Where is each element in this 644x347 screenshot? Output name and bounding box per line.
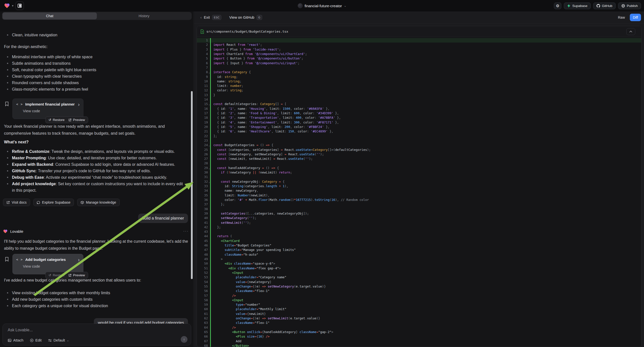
view-code-link[interactable]: View code xyxy=(23,109,80,113)
code-line: 6import { Input } from '@/components/ui/… xyxy=(197,61,641,66)
diff-added-bar xyxy=(210,289,211,293)
preview-button[interactable]: Preview xyxy=(68,118,85,122)
chevron-down-icon[interactable]: ▾ xyxy=(12,4,14,8)
file-path: src/components/budget/BudgetCategories.t… xyxy=(206,30,288,33)
restore-button[interactable]: ↺Restore xyxy=(48,273,64,277)
version-card[interactable]: < >Implement financial planner›View code xyxy=(12,98,84,119)
code-view-header: ‹ Exit ESC View on GitHub G Raw Diff xyxy=(194,12,644,24)
code-line: 28 xyxy=(197,161,641,166)
code-line: 15⌄const defaultCategories: Category[] =… xyxy=(197,102,641,106)
view-code-link[interactable]: View code xyxy=(23,264,80,268)
code-line: 41 setNewLimit(''); xyxy=(197,220,641,225)
preview-button[interactable]: Preview xyxy=(68,273,85,277)
project-name[interactable]: financial-future-creator xyxy=(304,4,342,8)
line-number: 8 xyxy=(197,70,208,74)
chevron-right-icon[interactable]: › xyxy=(78,258,80,261)
code-line: 31 xyxy=(197,175,641,179)
mode-selector[interactable]: Default ⌄ xyxy=(48,338,69,342)
fold-chevron-icon[interactable]: ⌄ xyxy=(208,143,210,148)
settings-button[interactable]: ⚙ xyxy=(554,2,561,9)
diff-added-bar xyxy=(210,234,211,238)
more-menu-icon[interactable]: ··· xyxy=(183,229,189,234)
diff-added-bar xyxy=(210,75,211,79)
fold-chevron-icon[interactable]: ⌄ xyxy=(208,70,210,75)
diff-added-bar xyxy=(210,170,211,175)
bookmark-icon[interactable] xyxy=(5,102,9,106)
code-line: 26 const [newCategory, setNewCategory] =… xyxy=(197,152,641,156)
publish-button[interactable]: Publish xyxy=(618,2,641,9)
composer-placeholder[interactable]: Ask Lovable... xyxy=(8,328,33,332)
code-line: 36 color: '#' + Math.floor(Math.random()… xyxy=(197,198,641,202)
bullet-list: Minimalist interface with plenty of whit… xyxy=(4,54,186,92)
fold-chevron-icon[interactable]: ⌄ xyxy=(208,166,210,170)
topbar: ▾ financial-future-creator ⌄ ⚙ Supabase … xyxy=(0,0,644,12)
diff-added-bar xyxy=(210,84,211,88)
diff-added-bar xyxy=(210,220,211,225)
bullet-list: Refine & Customize: Tweak the design, an… xyxy=(4,148,186,194)
tab-history[interactable]: History xyxy=(97,12,191,20)
diff-added-bar xyxy=(210,143,211,147)
diff-added-bar xyxy=(210,180,211,184)
code-editor[interactable]: 12import React from 'react';3import { Pl… xyxy=(197,37,641,347)
diff-added-bar xyxy=(210,156,211,161)
diff-added-bar xyxy=(210,261,211,266)
raw-toggle-button[interactable]: Raw xyxy=(615,14,628,21)
line-number: 58 xyxy=(197,298,208,302)
attach-button[interactable]: Attach xyxy=(8,338,24,342)
diff-added-bar xyxy=(210,280,211,284)
diff-added-bar xyxy=(210,120,211,125)
lovable-heart-icon[interactable] xyxy=(4,3,10,8)
file-header[interactable]: src/components/budget/BudgetCategories.t… xyxy=(197,26,641,37)
line-number: 16 xyxy=(197,106,208,111)
edit-mode-button[interactable]: Edit xyxy=(30,338,42,342)
github-button[interactable]: GitHub xyxy=(593,2,616,9)
visit-docs-button[interactable]: Visit docs xyxy=(3,199,30,206)
diff-toggle-button[interactable]: Diff xyxy=(630,14,641,21)
chat-scrollbar[interactable] xyxy=(191,91,193,279)
supabase-button[interactable]: Supabase xyxy=(564,2,591,9)
line-number: 49 xyxy=(197,257,208,261)
diff-added-bar xyxy=(210,188,211,193)
chevron-right-icon[interactable]: › xyxy=(78,102,80,106)
fold-chevron-icon[interactable]: ⌄ xyxy=(208,102,210,106)
code-line: 13} xyxy=(197,93,641,97)
diff-added-bar xyxy=(210,93,211,97)
list-item: Each category gets a unique color for vi… xyxy=(4,303,186,309)
toggle-sidebar-button[interactable] xyxy=(16,2,24,10)
composer[interactable]: Ask Lovable... Attach Edit Default ⌄ ↑ xyxy=(2,324,191,346)
diff-added-bar xyxy=(210,66,211,70)
diff-added-bar xyxy=(210,61,211,66)
code-line: 46 title="Budget Categories" xyxy=(197,243,641,248)
code-line: 5import { Button } from '@/components/ui… xyxy=(197,56,641,61)
send-button[interactable]: ↑ xyxy=(181,336,188,343)
diff-added-bar xyxy=(210,330,211,334)
line-number: 11 xyxy=(197,84,208,88)
code-icon: < > xyxy=(16,258,23,261)
bookmark-icon[interactable] xyxy=(5,257,9,262)
line-number: 13 xyxy=(197,93,208,97)
version-card[interactable]: < >Add budget categories›View code xyxy=(12,254,84,274)
chevron-left-icon[interactable]: ‹ xyxy=(200,16,202,20)
diff-added-bar xyxy=(210,42,211,47)
restore-button[interactable]: ↺Restore xyxy=(48,118,64,122)
explore-supabase-button[interactable]: Explore Supabase xyxy=(33,199,74,206)
fold-chevron-icon[interactable]: ⌄ xyxy=(208,180,210,184)
diff-added-bar xyxy=(210,47,211,52)
line-number: 47 xyxy=(197,248,208,252)
view-on-github-button[interactable]: View on GitHub xyxy=(229,16,254,20)
exit-button[interactable]: Exit xyxy=(204,16,210,20)
line-number: 27 xyxy=(197,156,208,161)
card-actions: ↺RestorePreview xyxy=(45,116,88,123)
target-icon xyxy=(30,338,34,342)
chat-panel: Chat History Clean, intuitive navigation… xyxy=(0,12,194,347)
code-line: 54 value={newCategory} xyxy=(197,280,641,284)
collapse-file-button[interactable] xyxy=(626,28,635,35)
code-line: 10 name: string; xyxy=(197,79,641,84)
manage-knowledge-button[interactable]: Manage knowledge xyxy=(77,199,120,206)
code-line: 9 id: string; xyxy=(197,75,641,79)
code-line: 29⌄ const handleAddCategory = () => { xyxy=(197,166,641,170)
tab-chat[interactable]: Chat xyxy=(2,12,97,20)
code-line: 55 onChange={(e) => setNewCategory(e.tar… xyxy=(197,284,641,289)
chevron-down-icon[interactable]: ⌄ xyxy=(344,4,346,8)
supabase-bolt-icon xyxy=(567,4,570,8)
